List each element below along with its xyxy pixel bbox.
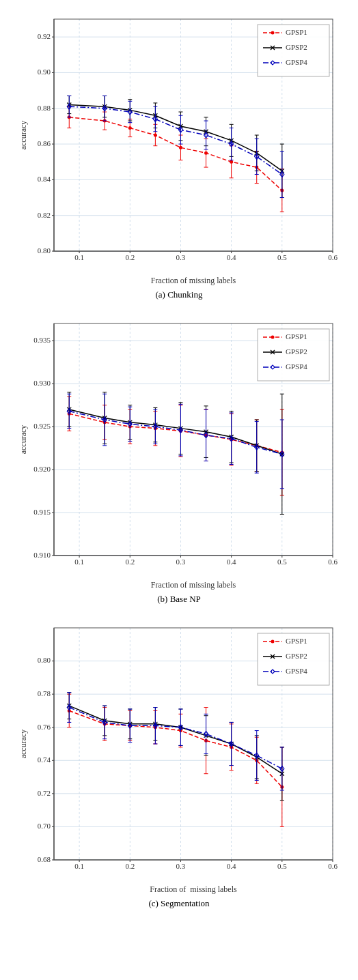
chart-title-chunking: (a) Chunking: [12, 289, 346, 300]
chart-title-basenp: (b) Base NP: [12, 594, 346, 605]
chart-chunking: (a) Chunking: [12, 7, 346, 307]
canvas-segmentation: [12, 616, 346, 895]
page: (a) Chunking(b) Base NP(c) Segmentation: [0, 0, 358, 927]
canvas-basenp: [12, 311, 346, 591]
chart-basenp: (b) Base NP: [12, 311, 346, 611]
canvas-chunking: [12, 7, 346, 287]
chart-segmentation: (c) Segmentation: [12, 616, 346, 916]
chart-title-segmentation: (c) Segmentation: [12, 898, 346, 909]
